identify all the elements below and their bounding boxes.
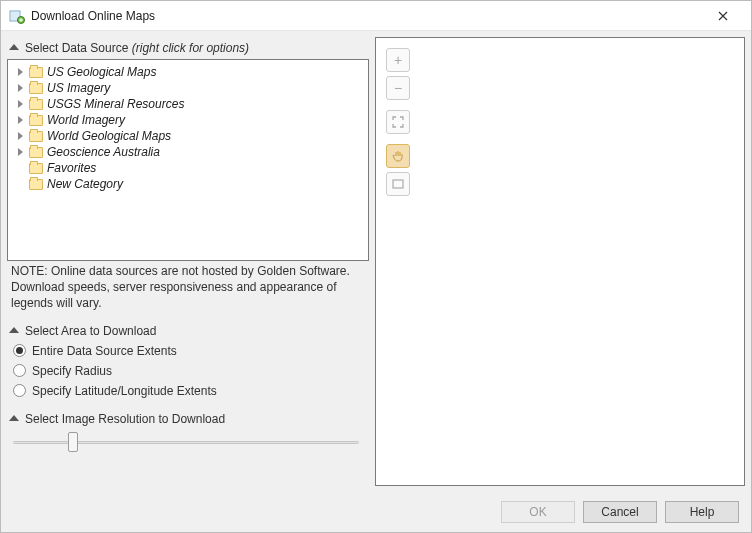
folder-icon xyxy=(29,163,43,174)
chevron-up-icon xyxy=(9,415,19,421)
tree-item-label: US Imagery xyxy=(47,80,110,96)
expander-icon[interactable] xyxy=(18,100,23,108)
cancel-button[interactable]: Cancel xyxy=(583,501,657,523)
close-button[interactable] xyxy=(703,2,743,30)
resolution-header[interactable]: Select Image Resolution to Download xyxy=(7,408,369,430)
tree-item-label: World Imagery xyxy=(47,112,125,128)
source-section: Select Data Source (right click for opti… xyxy=(7,37,369,312)
expander-icon[interactable] xyxy=(18,68,23,76)
tree-item-label: Favorites xyxy=(47,160,96,176)
folder-icon xyxy=(29,131,43,142)
slider-track-line xyxy=(13,441,359,444)
tree-item[interactable]: US Imagery xyxy=(14,80,362,96)
rectangle-icon xyxy=(392,179,404,189)
left-panel: Select Data Source (right click for opti… xyxy=(7,37,369,486)
tree-item-label: New Category xyxy=(47,176,123,192)
tree-item[interactable]: Favorites xyxy=(14,160,362,176)
expander-icon[interactable] xyxy=(18,116,23,124)
minus-icon: − xyxy=(394,80,402,96)
folder-icon xyxy=(29,147,43,158)
folder-icon xyxy=(29,67,43,78)
area-section: Select Area to Download Entire Data Sour… xyxy=(7,320,369,400)
expander-icon[interactable] xyxy=(18,148,23,156)
folder-icon xyxy=(29,179,43,190)
folder-icon xyxy=(29,83,43,94)
window-title: Download Online Maps xyxy=(31,9,703,23)
tree-item[interactable]: US Geological Maps xyxy=(14,64,362,80)
radio-icon xyxy=(13,344,26,357)
radio-label: Specify Radius xyxy=(32,364,112,378)
area-title: Select Area to Download xyxy=(25,324,156,338)
dialog-footer: OK Cancel Help xyxy=(1,492,751,532)
map-preview[interactable]: + − xyxy=(375,37,745,486)
help-button[interactable]: Help xyxy=(665,501,739,523)
expander-icon[interactable] xyxy=(18,132,23,140)
source-header[interactable]: Select Data Source (right click for opti… xyxy=(7,37,369,59)
chevron-up-icon xyxy=(9,327,19,333)
area-radio-group: Entire Data Source ExtentsSpecify Radius… xyxy=(7,342,369,400)
app-icon xyxy=(9,8,25,24)
tree-item[interactable]: New Category xyxy=(14,176,362,192)
select-extent-button[interactable] xyxy=(386,172,410,196)
radio-option[interactable]: Specify Latitude/Longitude Extents xyxy=(13,384,363,398)
data-source-tree[interactable]: US Geological MapsUS ImageryUSGS Mineral… xyxy=(7,59,369,261)
titlebar: Download Online Maps xyxy=(1,1,751,31)
radio-option[interactable]: Entire Data Source Extents xyxy=(13,344,363,358)
resolution-title: Select Image Resolution to Download xyxy=(25,412,225,426)
close-icon xyxy=(718,11,728,21)
dialog-window: Download Online Maps Select Data Source … xyxy=(0,0,752,533)
tree-item-label: World Geological Maps xyxy=(47,128,171,144)
tree-item[interactable]: World Imagery xyxy=(14,112,362,128)
tree-item[interactable]: World Geological Maps xyxy=(14,128,362,144)
slider-thumb[interactable] xyxy=(68,432,78,452)
radio-icon xyxy=(13,364,26,377)
dialog-body: Select Data Source (right click for opti… xyxy=(1,31,751,492)
radio-label: Specify Latitude/Longitude Extents xyxy=(32,384,217,398)
radio-icon xyxy=(13,384,26,397)
pan-button[interactable] xyxy=(386,144,410,168)
area-header[interactable]: Select Area to Download xyxy=(7,320,369,342)
note-text: NOTE: Online data sources are not hosted… xyxy=(7,261,369,312)
zoom-extents-button[interactable] xyxy=(386,110,410,134)
tree-item[interactable]: Geoscience Australia xyxy=(14,144,362,160)
chevron-up-icon xyxy=(9,44,19,50)
ok-button[interactable]: OK xyxy=(501,501,575,523)
source-title: Select Data Source (right click for opti… xyxy=(25,41,249,55)
folder-icon xyxy=(29,115,43,126)
svg-rect-3 xyxy=(393,180,403,188)
hand-icon xyxy=(391,149,405,163)
tree-item[interactable]: USGS Mineral Resources xyxy=(14,96,362,112)
tree-item-label: USGS Mineral Resources xyxy=(47,96,184,112)
resolution-slider[interactable] xyxy=(13,430,359,454)
tree-item-label: US Geological Maps xyxy=(47,64,156,80)
resolution-section: Select Image Resolution to Download xyxy=(7,408,369,454)
zoom-out-button[interactable]: − xyxy=(386,76,410,100)
map-controls: + − xyxy=(386,48,410,196)
folder-icon xyxy=(29,99,43,110)
expand-icon xyxy=(392,116,404,128)
radio-label: Entire Data Source Extents xyxy=(32,344,177,358)
plus-icon: + xyxy=(394,52,402,68)
resolution-slider-wrap xyxy=(7,430,369,454)
zoom-in-button[interactable]: + xyxy=(386,48,410,72)
tree-item-label: Geoscience Australia xyxy=(47,144,160,160)
radio-option[interactable]: Specify Radius xyxy=(13,364,363,378)
expander-icon[interactable] xyxy=(18,84,23,92)
